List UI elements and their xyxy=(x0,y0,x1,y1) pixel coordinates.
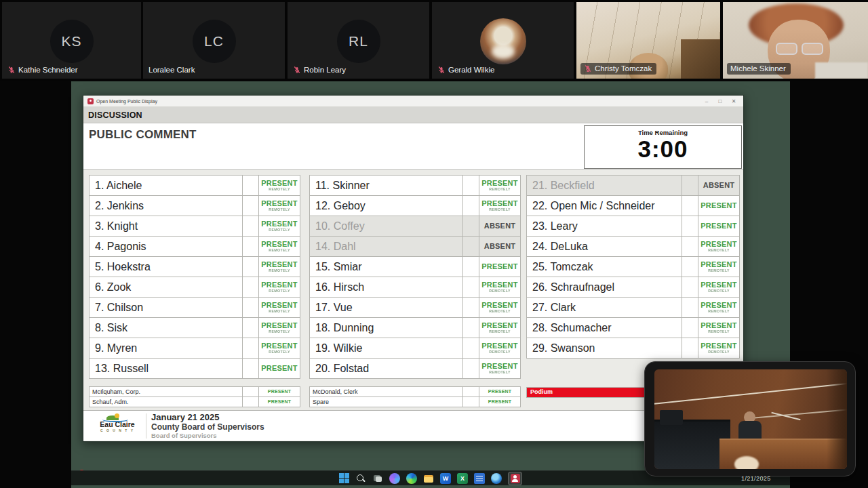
roll-call-row: 6. Zook PRESENT REMOTELY xyxy=(89,277,306,298)
status-text: PRESENT xyxy=(488,399,511,405)
spacer-cell xyxy=(682,317,698,338)
attendance-status: PRESENT REMOTELY xyxy=(258,297,300,318)
avatar: RL xyxy=(337,20,380,63)
spacer-cell xyxy=(462,216,479,237)
attendance-status: PRESENT REMOTELY xyxy=(479,358,521,379)
maximize-button[interactable]: □ xyxy=(715,96,726,106)
county-logo-icon xyxy=(90,413,144,421)
officials-left: McIlquham, Corp. PRESENT Schauf, Adm. PR… xyxy=(89,387,306,407)
roll-call-row: 8. Sisk PRESENT REMOTELY xyxy=(89,317,306,338)
status-text: PRESENT xyxy=(261,302,297,309)
webex-icon[interactable] xyxy=(491,473,502,484)
status-text: PRESENT xyxy=(701,322,736,329)
status-text: PRESENT xyxy=(261,200,297,207)
participant-tile[interactable]: KS Kathie Schneider xyxy=(2,2,141,79)
start-icon[interactable] xyxy=(339,473,349,483)
spacer-cell xyxy=(462,338,479,359)
participant-tile[interactable]: RL Robin Leary xyxy=(288,2,429,79)
attendance-status: PRESENT REMOTELY xyxy=(698,236,740,257)
official-row: McDonald, Clerk PRESENT xyxy=(309,386,526,397)
member-name: 18. Dunning xyxy=(309,317,463,338)
participant-name: Kathie Schneider xyxy=(18,66,78,74)
status-text: PRESENT xyxy=(481,322,517,329)
roll-call-row: 3. Knight PRESENT REMOTELY xyxy=(89,216,306,237)
status-text: PRESENT xyxy=(701,202,736,209)
roll-call-row: 28. Schumacher PRESENT REMOTELY xyxy=(526,317,743,338)
participant-name: Michele Skinner xyxy=(730,64,786,73)
status-mode: REMOTELY xyxy=(489,329,511,333)
status-mode: REMOTELY xyxy=(269,350,290,353)
status-mode: REMOTELY xyxy=(269,329,290,333)
copilot-icon[interactable] xyxy=(389,473,400,484)
roll-call-row: 20. Folstad PRESENT REMOTELY xyxy=(309,358,526,379)
roll-call-row: 15. Smiar PRESENT xyxy=(309,256,526,277)
attendance-status: PRESENT REMOTELY xyxy=(258,256,300,277)
spacer-cell xyxy=(682,175,698,196)
member-name: 5. Hoekstra xyxy=(89,256,243,277)
member-name: 13. Russell xyxy=(89,358,243,379)
close-button[interactable]: ✕ xyxy=(728,96,739,106)
member-name: 22. Open Mic / Schneider xyxy=(526,195,682,216)
meeting-date: January 21 2025 xyxy=(151,412,264,422)
attendance-status: PRESENT REMOTELY xyxy=(479,175,521,196)
member-name: 3. Knight xyxy=(89,216,243,237)
participant-tile[interactable]: Michele Skinner xyxy=(723,2,868,79)
roll-call-row: 5. Hoekstra PRESENT REMOTELY xyxy=(89,256,306,277)
attendance-status: PRESENT REMOTELY xyxy=(479,195,521,216)
status-mode: REMOTELY xyxy=(269,248,290,251)
status-text: PRESENT xyxy=(481,342,517,350)
official-row: McIlquham, Corp. PRESENT xyxy=(89,386,306,397)
edge-browser-icon[interactable] xyxy=(406,473,417,484)
member-name: 21. Beckfield xyxy=(526,175,682,196)
avatar-initials: LC xyxy=(204,33,224,49)
excel-icon[interactable] xyxy=(457,473,468,484)
spacer-cell xyxy=(682,297,698,318)
status-text: PRESENT xyxy=(701,281,736,289)
spacer-cell xyxy=(242,256,259,277)
roll-call-row: 7. Chilson PRESENT REMOTELY xyxy=(89,297,306,318)
status-mode: REMOTELY xyxy=(489,370,511,373)
roll-call-row: 27. Clark PRESENT REMOTELY xyxy=(526,297,743,318)
attendance-status: PRESENT REMOTELY xyxy=(698,338,740,359)
status-mode: REMOTELY xyxy=(269,268,290,272)
status-text: PRESENT xyxy=(481,281,517,289)
roll-call-row: 1. Aichele PRESENT REMOTELY xyxy=(89,175,306,196)
meeting-board: County Board of Supervisors xyxy=(151,422,264,432)
status-mode: REMOTELY xyxy=(489,187,511,190)
roll-call-column-3: 21. Beckfield ABSENT 22. Open Mic / Schn… xyxy=(526,176,743,359)
roll-call-row: 29. Swanson PRESENT REMOTELY xyxy=(526,338,743,359)
screen: KS Kathie Schneider LC Loralee Clark RL … xyxy=(0,0,868,488)
minimize-button[interactable]: – xyxy=(701,96,712,106)
attendance-status: PRESENT xyxy=(258,396,300,407)
search-icon[interactable] xyxy=(355,473,366,484)
active-app-highlight[interactable] xyxy=(508,472,522,485)
onenote-icon[interactable] xyxy=(474,473,485,484)
member-name: 27. Clark xyxy=(526,297,682,318)
participant-tile[interactable]: Christy Tomczak xyxy=(576,2,720,79)
roll-call-row: 19. Wilkie PRESENT REMOTELY xyxy=(309,338,526,359)
task-view-icon[interactable] xyxy=(372,473,383,484)
member-name: 19. Wilkie xyxy=(309,338,463,359)
roll-call-row: 23. Leary PRESENT xyxy=(526,216,743,237)
roll-call-row: 2. Jenkins PRESENT REMOTELY xyxy=(89,195,306,216)
participant-tile[interactable]: LC Loralee Clark xyxy=(143,2,285,79)
roll-call-row: 24. DeLuka PRESENT REMOTELY xyxy=(526,236,743,257)
status-text: PRESENT xyxy=(481,363,517,370)
spacer-cell xyxy=(462,396,479,407)
member-name: 16. Hirsch xyxy=(309,277,463,298)
status-mode: REMOTELY xyxy=(489,309,511,312)
participant-tile[interactable]: Gerald Wilkie xyxy=(432,2,574,79)
file-explorer-icon[interactable] xyxy=(423,473,434,484)
word-icon[interactable] xyxy=(440,473,451,484)
roll-call-row: 11. Skinner PRESENT REMOTELY xyxy=(309,175,526,196)
attendance-status: PRESENT xyxy=(698,195,740,216)
status-mode: REMOTELY xyxy=(708,289,730,292)
spacer-cell xyxy=(242,216,259,237)
participant-name: Robin Leary xyxy=(304,66,346,74)
status-text: PRESENT xyxy=(261,342,297,350)
participant-name-tag: Robin Leary xyxy=(293,66,346,74)
status-mode: REMOTELY xyxy=(708,350,730,353)
roll-call-row: 14. Dahl ABSENT xyxy=(309,236,526,257)
spacer-cell xyxy=(242,236,259,257)
status-mode: REMOTELY xyxy=(269,309,290,312)
